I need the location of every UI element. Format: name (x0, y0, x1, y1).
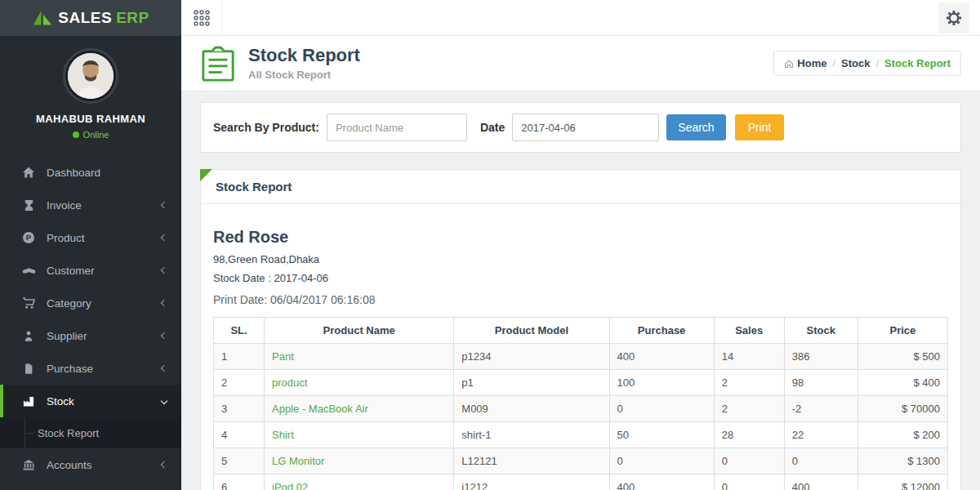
breadcrumb-stock[interactable]: Stock (841, 57, 870, 69)
page-subtitle: All Stock Report (248, 69, 360, 81)
cell-sales: 28 (714, 422, 784, 448)
document-icon (21, 363, 36, 375)
column-header-stock: Stock (784, 318, 858, 344)
breadcrumb-current: Stock Report (884, 57, 951, 69)
column-header-sales: Sales (714, 318, 784, 344)
logo-sail-icon (32, 8, 53, 28)
cell-stock: 400 (784, 474, 858, 490)
cell-price: $ 500 (858, 344, 947, 370)
chevron-left-icon (161, 332, 167, 339)
home-icon (784, 59, 794, 69)
cell-price: $ 1300 (858, 448, 947, 474)
sidebar-item-accounts[interactable]: Accounts (0, 448, 181, 481)
cart-icon (21, 296, 36, 310)
cell-stock: 386 (784, 344, 858, 370)
product-p-icon: P (21, 231, 36, 244)
cell-product-name[interactable]: Shirt (265, 422, 454, 448)
main-area: Stock Report All Stock Report Home / Sto… (181, 36, 980, 490)
cell-product-name[interactable]: iPod 02 (265, 474, 454, 490)
apps-grid-button[interactable] (181, 0, 222, 35)
app-window: SALESERP (0, 0, 980, 490)
cell-price: $ 400 (858, 370, 947, 396)
cell-purchase: 100 (609, 370, 714, 396)
bank-icon (21, 459, 36, 471)
avatar (63, 48, 118, 104)
hourglass-icon (21, 199, 36, 212)
topbar-main (181, 0, 980, 36)
grid-dots-icon (193, 9, 211, 27)
sidebar-item-stock[interactable]: Stock (0, 385, 181, 417)
cell-sl: 5 (214, 448, 265, 474)
chevron-left-icon (161, 300, 167, 306)
sidebar-item-supplier[interactable]: Supplier (0, 319, 181, 352)
table-row: 5LG MonitorL12121000$ 1300 (214, 448, 948, 474)
app-logo[interactable]: SALESERP (0, 0, 181, 36)
cell-product-model: shirt-1 (454, 422, 609, 448)
cell-price: $ 70000 (858, 396, 947, 422)
gear-icon (945, 9, 963, 27)
handshake-icon (21, 265, 36, 277)
cell-sl: 6 (214, 474, 265, 490)
stock-table-body: 1Pantp123440014386$ 5002productp1100298$… (214, 344, 948, 490)
panel-title: Stock Report (201, 170, 960, 204)
cell-stock: 0 (784, 448, 858, 474)
topbar: SALESERP (0, 0, 980, 36)
cell-product-name[interactable]: Apple - MacBook Air (265, 396, 454, 422)
clipboard-icon (200, 45, 236, 82)
print-button[interactable]: Print (735, 114, 785, 140)
stock-table: SL.Product NameProduct ModelPurchaseSale… (213, 317, 948, 490)
cell-product-model: p1 (454, 370, 609, 396)
column-header-product-name: Product Name (265, 318, 454, 344)
cell-product-name[interactable]: LG Monitor (265, 448, 454, 474)
cell-product-model: M009 (454, 396, 609, 422)
settings-gear-button[interactable] (938, 2, 969, 33)
chevron-left-icon (161, 365, 167, 372)
date-input[interactable] (512, 114, 659, 141)
svg-text:P: P (26, 233, 32, 242)
logo-text: SALESERP (58, 9, 149, 27)
cell-sales: 2 (714, 396, 784, 422)
chevron-left-icon (161, 267, 167, 274)
chevron-left-icon (161, 202, 167, 208)
cell-stock: 98 (784, 370, 858, 396)
online-status: Online (0, 130, 181, 140)
sidebar-item-category[interactable]: Category (0, 287, 181, 319)
search-by-product-label: Search By Product: (213, 121, 319, 134)
stock-report-panel: Stock Report Red Rose 98,Green Road,Dhak… (200, 169, 961, 490)
home-icon (21, 166, 36, 179)
sidebar-submenu: Stock Report (0, 417, 181, 448)
sidebar-item-product[interactable]: P Product (0, 221, 181, 254)
chevron-left-icon (161, 234, 167, 241)
column-header-sl: SL. (214, 318, 265, 344)
cell-sales: 0 (714, 448, 784, 474)
cell-purchase: 400 (609, 474, 714, 490)
cell-sl: 3 (214, 396, 265, 422)
cell-product-model: L12121 (454, 448, 609, 474)
status-dot-icon (73, 131, 79, 138)
cell-stock: -2 (784, 396, 858, 422)
print-date: Print Date: 06/04/2017 06:16:08 (213, 293, 948, 306)
chevron-down-icon (161, 398, 167, 404)
person-icon (21, 330, 36, 342)
breadcrumb-separator: / (832, 57, 835, 69)
sidebar-item-purchase[interactable]: Purchase (0, 352, 181, 385)
product-name-input[interactable] (327, 114, 467, 141)
cell-product-name[interactable]: Pant (265, 344, 454, 370)
sidebar-item-stock-report[interactable]: Stock Report (0, 417, 181, 448)
sidebar-item-customer[interactable]: Customer (0, 254, 181, 287)
page-header: Stock Report All Stock Report Home / Sto… (181, 36, 980, 91)
breadcrumb-home[interactable]: Home (784, 57, 826, 69)
table-row: 4Shirtshirt-1502822$ 200 (214, 422, 948, 448)
cell-product-model: p1234 (454, 344, 609, 370)
sidebar-item-dashboard[interactable]: Dashboard (0, 156, 181, 189)
search-button[interactable]: Search (666, 114, 725, 140)
content-area: Search By Product: Date Search Print Sto… (181, 91, 980, 490)
cell-purchase: 50 (609, 422, 714, 448)
sidebar-item-invoice[interactable]: Invoice (0, 189, 181, 221)
cell-product-name[interactable]: product (265, 370, 454, 396)
column-header-price: Price (858, 318, 947, 344)
cell-sl: 1 (214, 344, 265, 370)
chevron-left-icon (161, 461, 167, 468)
cell-stock: 22 (784, 422, 858, 448)
cell-sl: 4 (214, 422, 265, 448)
